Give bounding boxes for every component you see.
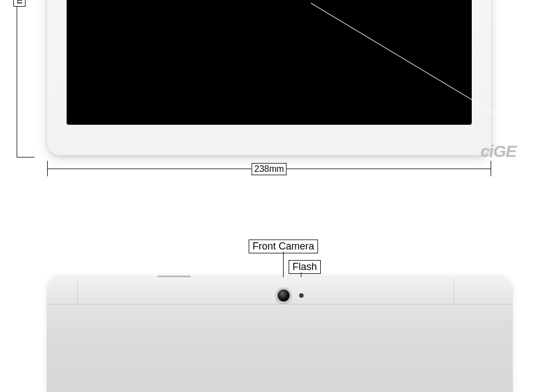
tablet-back-view xyxy=(47,277,513,392)
width-dimension-label: 238mm xyxy=(251,163,286,175)
height-dimension-line xyxy=(17,0,17,157)
tablet-front-view: 10.1 Inch xyxy=(47,0,491,155)
screen-size-label: 10.1 Inch xyxy=(237,0,301,1)
width-dimension: 238mm xyxy=(47,161,491,183)
diagonal-indicator-line xyxy=(311,3,501,118)
antenna-band-line xyxy=(47,304,513,304)
height-dimension-tick xyxy=(17,157,34,157)
antenna-divider-right xyxy=(454,278,455,304)
height-dimension-label: mm xyxy=(13,0,26,7)
flash-callout: Flash xyxy=(289,260,321,274)
antenna-divider-left xyxy=(77,278,78,304)
brand-watermark: ciGE xyxy=(481,142,516,161)
flash-icon xyxy=(299,293,304,298)
camera-lens-icon xyxy=(278,289,290,302)
tablet-screen: 10.1 Inch xyxy=(67,0,472,125)
